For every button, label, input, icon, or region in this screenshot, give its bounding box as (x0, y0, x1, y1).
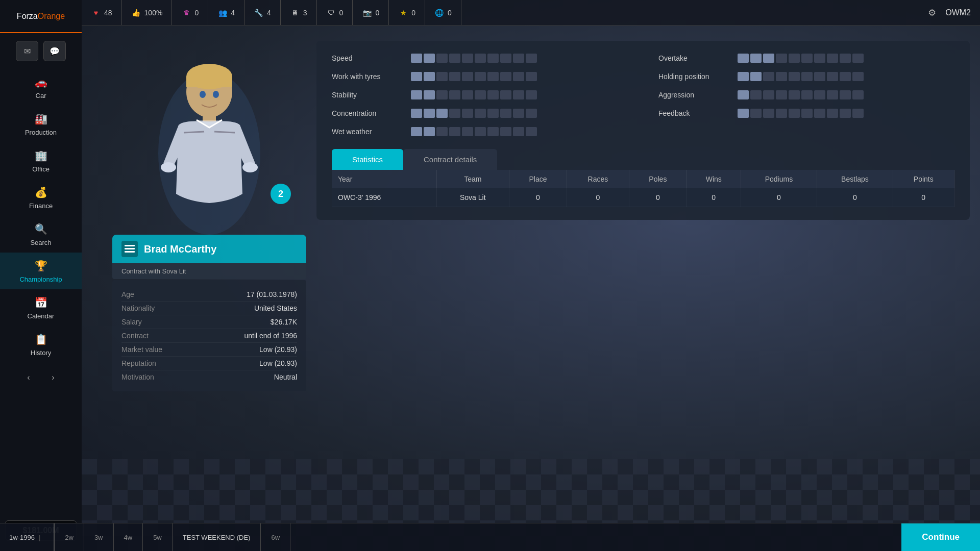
skills-grid: Speed Overtake Work with tyres Holding p… (332, 54, 954, 136)
bar-segment (436, 90, 448, 99)
skill-concentration-bars (411, 109, 537, 118)
tab-contract-details[interactable]: Contract details (403, 149, 497, 170)
timeline-week-3w[interactable]: 3w (84, 523, 114, 551)
bar-segment (475, 54, 486, 63)
svg-rect-11 (125, 251, 135, 253)
tab-statistics[interactable]: Statistics (332, 149, 403, 170)
driver-avatar: 2 (112, 41, 306, 235)
continue-button[interactable]: Continue (901, 523, 980, 551)
sidebar-item-production[interactable]: 🏭 Production (0, 106, 82, 142)
skill-tyres: Work with tyres (332, 72, 628, 81)
globe-icon: 🌐 (434, 8, 445, 18)
sidebar-label-car: Car (36, 92, 46, 99)
svg-point-8 (242, 162, 258, 172)
salary-label: Salary (121, 318, 142, 326)
skill-speed-label: Speed (332, 54, 403, 62)
timeline-week-2w[interactable]: 2w (55, 523, 84, 551)
timeline-week-6w[interactable]: 6w (261, 523, 290, 551)
topbar-globe: 🌐 0 (425, 0, 461, 25)
topbar-crown: ♛ 0 (172, 0, 208, 25)
settings-icon-btn[interactable]: ⚙ (924, 5, 940, 21)
chevron-right-btn[interactable]: › (46, 370, 60, 385)
production-icon: 🏭 (34, 112, 48, 126)
people-value: 4 (231, 9, 235, 17)
nationality-label: Nationality (121, 304, 155, 312)
skill-feedback: Feedback (658, 109, 954, 118)
sidebar-item-calendar[interactable]: 📅 Calendar (0, 289, 82, 326)
sidebar-item-finance[interactable]: 💰 Finance (0, 179, 82, 216)
bar-segment (475, 72, 486, 81)
hearts-value: 48 (104, 9, 112, 17)
timeline-week-5w[interactable]: 5w (143, 523, 173, 551)
motivation-value: Neutral (274, 373, 297, 381)
row-year: OWC-3' 1996 (332, 188, 436, 207)
bar-segment (776, 90, 787, 99)
bar-segment (827, 109, 838, 118)
sidebar-item-search[interactable]: 🔍 Search (0, 216, 82, 253)
chat-icon-btn[interactable]: 💬 (43, 41, 66, 61)
bar-segment (462, 127, 473, 136)
detail-contract: Contract until end of 1996 (121, 329, 297, 343)
driver-figure-svg (153, 51, 265, 235)
skill-overtake: Overtake (658, 54, 954, 63)
people-icon: 👥 (217, 8, 228, 18)
row-points: 0 (893, 188, 954, 207)
sidebar-item-championship[interactable]: 🏆 Championship (0, 253, 82, 289)
username-label: OWM2 (945, 8, 971, 17)
logo-forza: Forza (17, 12, 38, 21)
skill-speed: Speed (332, 54, 628, 63)
bar-segment (840, 54, 851, 63)
office-icon: 🏢 (34, 148, 48, 163)
monitor-icon: 🖥 (290, 8, 300, 18)
bar-segment (750, 54, 762, 63)
bar-segment (513, 54, 524, 63)
detail-salary: Salary $26.17K (121, 315, 297, 329)
skill-overtake-label: Overtake (658, 54, 730, 62)
bar-segment (526, 54, 537, 63)
logo-orange: Orange (38, 12, 65, 21)
mail-icon-btn[interactable]: ✉ (16, 41, 38, 61)
bar-segment (487, 54, 499, 63)
monitor-value: 3 (303, 9, 307, 17)
sidebar: Forza Orange ✉ 💬 🚗 Car 🏭 Production 🏢 Of… (0, 0, 82, 551)
bar-segment (840, 90, 851, 99)
topbar-camera: 📷 0 (353, 0, 389, 25)
heart-icon: ♥ (91, 8, 101, 18)
bar-segment (513, 109, 524, 118)
skill-feedback-bars (738, 109, 864, 118)
driver-name-icon (121, 241, 138, 257)
skill-holding-bars (738, 72, 864, 81)
chevron-left-btn[interactable]: ‹ (21, 370, 36, 385)
bar-segment (776, 54, 787, 63)
sidebar-label-search: Search (30, 239, 51, 246)
sidebar-item-car[interactable]: 🚗 Car (0, 69, 82, 106)
bar-segment (801, 54, 813, 63)
tabs-row: Statistics Contract details (332, 149, 954, 170)
sidebar-item-office[interactable]: 🏢 Office (0, 142, 82, 179)
finance-icon: 💰 (34, 185, 48, 199)
bar-segment (462, 54, 473, 63)
timeline-test-weekend[interactable]: TEST WEEKEND (DE) (173, 523, 261, 551)
bar-segment (852, 109, 864, 118)
reputation-label: Reputation (121, 359, 156, 367)
row-team: Sova Lit (436, 188, 509, 207)
sidebar-item-history[interactable]: 📋 History (0, 326, 82, 363)
sidebar-nav: 🚗 Car 🏭 Production 🏢 Office 💰 Finance 🔍 … (0, 69, 82, 363)
bar-segment (487, 127, 499, 136)
bar-segment (513, 72, 524, 81)
sidebar-label-championship: Championship (19, 276, 62, 283)
detail-reputation: Reputation Low (20.93) (121, 357, 297, 370)
bar-segment (487, 72, 499, 81)
sidebar-label-finance: Finance (29, 202, 53, 210)
bar-segment (763, 54, 774, 63)
star-icon: ★ (398, 8, 408, 18)
skill-concentration: Concentration (332, 109, 628, 118)
bar-segment (462, 109, 473, 118)
timeline-week-4w[interactable]: 4w (114, 523, 143, 551)
row-wins: 0 (687, 188, 741, 207)
bar-segment (424, 90, 435, 99)
bar-segment (750, 109, 762, 118)
globe-value: 0 (448, 9, 452, 17)
bar-segment (738, 54, 749, 63)
bar-segment (801, 72, 813, 81)
